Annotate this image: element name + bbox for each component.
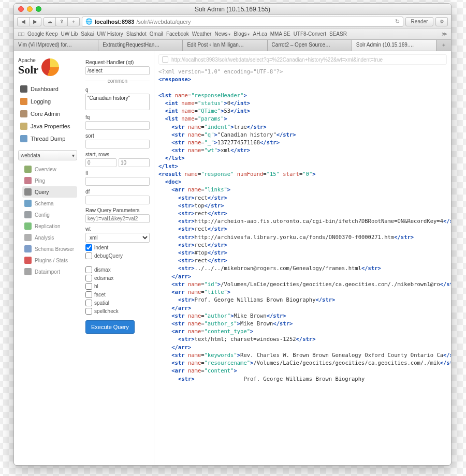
url-path: /solr/#/webdata/query <box>136 19 191 25</box>
titlebar: Solr Admin (10.15.169.155) <box>14 4 451 15</box>
response-url: http://localhost:8983/solr/webdata/selec… <box>171 57 383 63</box>
bookmark-item[interactable]: Slashdot <box>126 31 147 37</box>
nav-icon <box>24 166 32 173</box>
df-input[interactable] <box>85 196 150 204</box>
facet-label: facet <box>94 292 106 298</box>
sidebar-core-item[interactable]: Analysis <box>22 232 77 243</box>
spellcheck-label: spellcheck <box>94 308 119 314</box>
start-input[interactable] <box>85 158 116 167</box>
spellcheck-checkbox[interactable] <box>85 308 92 315</box>
back-button[interactable]: ◀ <box>17 17 30 26</box>
dismax-checkbox[interactable] <box>85 266 92 273</box>
add-icon[interactable]: ＋ <box>67 17 80 26</box>
favicon-icon: 🌐 <box>85 18 93 25</box>
bookmark-item[interactable]: Gmail <box>150 31 163 37</box>
new-tab-button[interactable]: ＋ <box>436 40 451 51</box>
cloud-icon[interactable]: ☁ <box>43 17 56 26</box>
fl-input[interactable] <box>85 177 150 186</box>
sidebar: Apache Solr DashboardLoggingCore AdminJa… <box>14 51 81 465</box>
q-input[interactable] <box>85 94 150 110</box>
bookmark-item[interactable]: Google Keep <box>27 31 57 37</box>
sidebar-core-item[interactable]: Dataimport <box>22 266 77 277</box>
sidebar-item-label: Schema Browser <box>35 246 74 252</box>
bookmark-item[interactable]: Sakai <box>81 31 94 37</box>
url-bar[interactable]: 🌐 localhost:8983 /solr/#/webdata/query ↻ <box>82 17 403 27</box>
tab-bar: Vim (Vi IMproved) for…ExtractingRequestH… <box>14 40 451 51</box>
browser-window: Solr Admin (10.15.169.155) ◀ ▶ ☁ ⇪ ＋ 🌐 l… <box>13 3 452 466</box>
spatial-label: spatial <box>94 300 109 306</box>
sort-label: sort <box>85 133 150 139</box>
share-icon[interactable]: ⇪ <box>55 17 68 26</box>
sidebar-item[interactable]: Core Admin <box>18 108 77 120</box>
browser-tab[interactable]: Carrot2 – Open Source… <box>268 40 352 51</box>
sidebar-item[interactable]: Logging <box>18 95 77 108</box>
sidebar-core-item[interactable]: Replication <box>22 220 77 232</box>
raw-input[interactable] <box>85 214 150 223</box>
nav-icon <box>24 211 32 218</box>
sidebar-item-label: Schema <box>35 201 54 206</box>
nav-icon <box>24 188 32 196</box>
query-form: Request-Handler (qt) common q fq sort st… <box>81 51 154 465</box>
hl-label: hl <box>94 284 98 289</box>
response-panel: http://localhost:8983/solr/webdata/selec… <box>154 51 451 465</box>
sidebar-core-item[interactable]: Schema Browser <box>22 243 77 255</box>
sidebar-item[interactable]: Dashboard <box>18 83 77 95</box>
wt-select[interactable]: xml <box>85 233 150 243</box>
bookmark-item[interactable]: Weather <box>192 31 212 37</box>
settings-icon[interactable]: ⚙ <box>435 17 448 26</box>
sidebar-item-label: Config <box>35 212 50 218</box>
xml-output: <?xml version="1.0" encoding="UTF-8"?> <… <box>158 68 447 383</box>
fq-input[interactable] <box>85 121 150 130</box>
bookmarks-bar: □□Google KeepUW LibSakaiUW HistorySlashd… <box>14 28 451 40</box>
nav-icon <box>20 98 27 105</box>
browser-tab[interactable]: ExtractingRequestHan… <box>98 40 183 51</box>
bookmark-item[interactable]: Blogs▾ <box>234 31 250 37</box>
sidebar-item-label: Logging <box>31 98 51 105</box>
sidebar-item[interactable]: Java Properties <box>18 120 77 132</box>
sort-input[interactable] <box>85 140 150 148</box>
bookmark-item[interactable]: □□ <box>18 31 24 37</box>
sidebar-item-label: Overview <box>35 167 56 172</box>
edismax-checkbox[interactable] <box>85 275 92 281</box>
facet-checkbox[interactable] <box>85 291 92 298</box>
bookmark-item[interactable]: UTF8-Convert <box>294 31 326 37</box>
common-section: common <box>108 78 127 84</box>
core-selector[interactable]: webdata ▾ <box>18 150 77 160</box>
bookmark-item[interactable]: UW Lib <box>61 31 78 37</box>
bookmark-item[interactable]: SEASR <box>329 31 347 37</box>
bookmark-item[interactable]: UW History <box>97 31 123 37</box>
indent-checkbox[interactable] <box>85 244 92 251</box>
bookmark-item[interactable]: AH.ca <box>253 31 267 37</box>
nav-icon <box>24 177 32 184</box>
spatial-checkbox[interactable] <box>85 300 92 306</box>
nav-icon <box>20 85 27 93</box>
browser-tab[interactable]: Edit Post ‹ Ian Milligan… <box>183 40 267 51</box>
debugquery-checkbox[interactable] <box>85 252 92 259</box>
sidebar-core-item[interactable]: Ping <box>22 175 77 186</box>
sidebar-core-item[interactable]: Schema <box>22 198 77 209</box>
nav-icon <box>24 200 32 207</box>
reader-button[interactable]: Reader <box>405 17 433 26</box>
qt-label: Request-Handler (qt) <box>85 60 150 65</box>
rows-input[interactable] <box>119 158 150 167</box>
sidebar-core-item[interactable]: Query <box>22 186 77 198</box>
bookmark-item[interactable]: Facebook <box>166 31 189 37</box>
fwd-button[interactable]: ▶ <box>29 17 41 26</box>
sidebar-core-item[interactable]: Config <box>22 209 77 220</box>
sidebar-item-label: Thread Dump <box>31 136 65 142</box>
sidebar-item-label: Dataimport <box>35 269 60 275</box>
response-url-bar[interactable]: http://localhost:8983/solr/webdata/selec… <box>158 54 447 65</box>
bookmark-item[interactable]: MMA SE <box>270 31 290 37</box>
hl-checkbox[interactable] <box>85 283 92 290</box>
bookmark-item[interactable]: News▾ <box>214 31 230 37</box>
execute-query-button[interactable]: Execute Query <box>85 320 135 334</box>
browser-toolbar: ◀ ▶ ☁ ⇪ ＋ 🌐 localhost:8983 /solr/#/webda… <box>14 15 451 28</box>
sidebar-core-item[interactable]: Plugins / Stats <box>22 255 77 266</box>
sidebar-item[interactable]: Thread Dump <box>18 132 77 145</box>
browser-tab[interactable]: Solr Admin (10.15.169.… <box>352 40 436 51</box>
qt-input[interactable] <box>85 66 150 75</box>
sidebar-core-item[interactable]: Overview <box>22 163 77 175</box>
browser-tab[interactable]: Vim (Vi IMproved) for… <box>14 40 98 51</box>
sidebar-item-label: Replication <box>35 224 60 229</box>
bookmarks-overflow[interactable]: ≫ <box>442 31 447 37</box>
